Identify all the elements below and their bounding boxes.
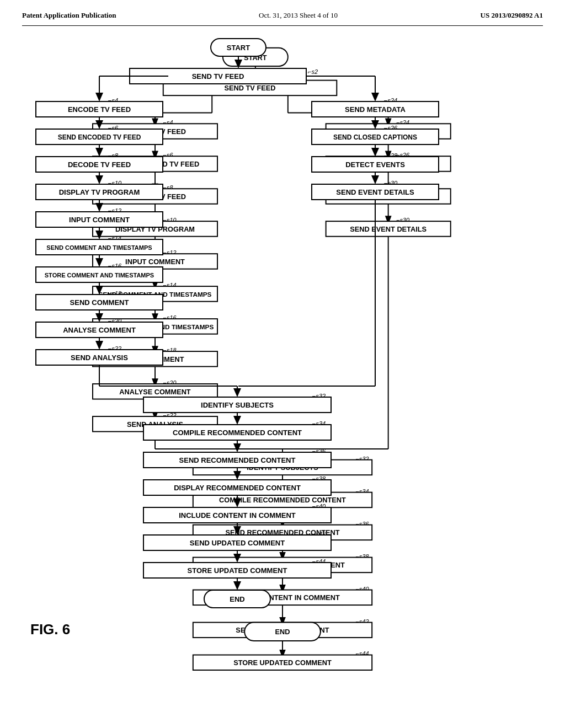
send-closed-captions: SEND CLOSED CAPTIONS <box>333 133 417 141</box>
store-comment-timestamps: STORE COMMENT AND TIMESTAMPS <box>45 272 154 279</box>
send-metadata: SEND METADATA <box>345 105 406 114</box>
send-encoded-tv-feed: SEND ENCODED TV FEED <box>58 133 141 141</box>
display-tv-program: DISPLAY TV PROGRAM <box>59 188 140 196</box>
display-recommended-content: DISPLAY RECOMMENDED CONTENT <box>174 484 301 492</box>
end-text: END <box>230 595 244 603</box>
header-center: Oct. 31, 2013 Sheet 4 of 10 <box>259 11 338 20</box>
send-updated-comment: SEND UPDATED COMMENT <box>190 539 285 547</box>
header-left: Patent Application Publication <box>22 11 116 20</box>
header-right: US 2013/0290892 A1 <box>481 11 543 20</box>
input-comment: INPUT COMMENT <box>69 216 130 224</box>
identify-subjects: IDENTIFY SUBJECTS <box>201 401 274 409</box>
decode-tv-feed: DECODE TV FEED <box>68 160 131 169</box>
send-event-details: SEND EVENT DETAILS <box>336 188 414 196</box>
compile-recommended-content: COMPILE RECOMMENDED CONTENT <box>173 429 302 437</box>
store-updated-comment: STORE UPDATED COMMENT <box>188 566 287 575</box>
send-comment: SEND COMMENT <box>70 298 129 307</box>
send-tv-feed: SEND TV FEED <box>192 72 244 81</box>
include-content-in-comment: INCLUDE CONTENT IN COMMENT <box>179 511 296 520</box>
main-flowchart: START ⌐s2 SEND TV FEED ⌐s4 ENCODE TV FEE… <box>0 33 565 728</box>
encode-tv-feed: ENCODE TV FEED <box>68 105 131 114</box>
send-comment-timestamps: SEND COMMENT AND TIMESTAMPS <box>46 244 152 251</box>
start-text: START <box>227 44 250 52</box>
s2-lbl: ⌐s2 <box>308 68 318 75</box>
fig-label: FIG. 6 <box>30 621 70 638</box>
detect-events: DETECT EVENTS <box>345 160 405 169</box>
send-analysis: SEND ANALYSIS <box>71 354 128 362</box>
send-recommended-content: SEND RECOMMENDED CONTENT <box>179 456 296 464</box>
analyse-comment: ANALYSE COMMENT <box>63 326 136 334</box>
